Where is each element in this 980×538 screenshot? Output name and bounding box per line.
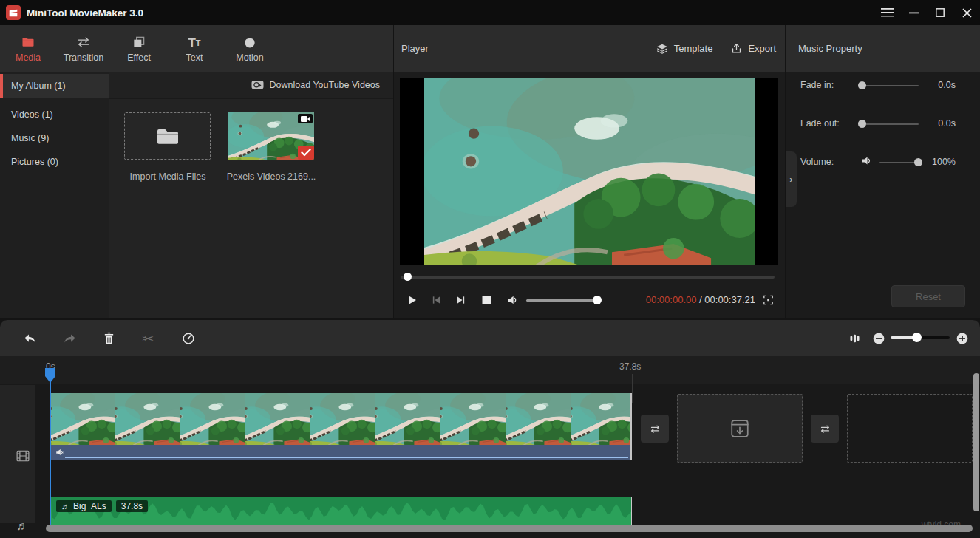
horizontal-scrollbar[interactable] — [46, 525, 973, 532]
import-media-tile[interactable] — [124, 112, 211, 160]
vertical-scrollbar[interactable] — [973, 373, 979, 511]
media-header: Download YouTube Videos — [109, 72, 393, 99]
fade-out-value: 0.0s — [938, 118, 956, 129]
main-tabs: Media Transition Effect TT Text Motion — [0, 25, 393, 72]
music-property-header: Music Property — [786, 25, 980, 72]
import-folder-icon — [156, 126, 180, 146]
previous-frame-button[interactable] — [430, 294, 443, 306]
total-time: 00:00:37.21 — [704, 294, 755, 305]
tab-label: Transition — [64, 52, 103, 63]
app-title: MiniTool MovieMaker 3.0 — [27, 7, 143, 18]
music-speaker-icon[interactable] — [860, 154, 873, 167]
video-camera-badge-icon — [298, 114, 313, 123]
player-panel: Player Template Export 00:00:00.00 / 00:… — [394, 25, 785, 318]
sidebar-item-my-album[interactable]: My Album (1) — [0, 74, 109, 98]
tab-transition[interactable]: Transition — [63, 25, 104, 72]
filmstrip — [50, 393, 630, 445]
timeline-area: 0s 37.8s ♬ ♬Big_ALs 37.8s — [0, 356, 980, 538]
ruler-end-label: 37.8s — [619, 361, 641, 372]
stop-button[interactable] — [481, 295, 492, 306]
music-volume-slider[interactable] — [879, 162, 921, 163]
minitool-moviemaker-window: { "titlebar": { "app_title": "MiniTool M… — [0, 0, 980, 538]
music-property-panel: Music Property Fade in: 0.0s Fade out: 0… — [786, 25, 980, 318]
music-volume-handle[interactable] — [914, 158, 922, 166]
zoom-out-icon[interactable] — [873, 333, 885, 344]
music-note-icon: ♬ — [61, 502, 69, 511]
track-height-icon[interactable] — [848, 332, 861, 344]
selected-check-icon — [298, 146, 314, 160]
sidebar-item-music[interactable]: Music (9) — [0, 126, 109, 150]
muted-speaker-icon[interactable] — [55, 447, 66, 457]
media-item-label: Pexels Videos 2169... — [212, 171, 330, 182]
music-volume-value: 100% — [932, 157, 956, 167]
timecode-display: 00:00:00.00 / 00:00:37.21 — [646, 294, 755, 305]
redo-icon[interactable] — [62, 331, 78, 345]
fade-in-value: 0.0s — [938, 80, 956, 90]
transition-arrows-icon — [76, 35, 91, 50]
ruler-end-tick — [632, 374, 633, 404]
next-frame-button[interactable] — [455, 294, 467, 306]
menu-icon[interactable] — [874, 0, 900, 25]
speed-icon[interactable] — [181, 331, 196, 346]
video-clip-audio-level-line — [65, 457, 628, 458]
timeline-ruler[interactable]: 0s 37.8s — [0, 356, 980, 384]
media-library-panel: Media Transition Effect TT Text Motion M… — [0, 25, 393, 318]
export-icon — [730, 42, 743, 55]
minimize-icon[interactable] — [900, 0, 927, 25]
fade-out-handle[interactable] — [858, 120, 866, 128]
panel-collapse-handle[interactable]: › — [786, 151, 797, 207]
tab-text[interactable]: TT Text — [174, 25, 215, 72]
video-drop-zone[interactable] — [677, 394, 803, 463]
close-icon[interactable] — [953, 0, 980, 25]
transition-slot-1[interactable] — [641, 415, 669, 443]
maximize-icon[interactable] — [927, 0, 953, 25]
library-sidebar: My Album (1) Videos (1) Music (9) Pictur… — [0, 72, 109, 318]
music-track-icon: ♬ — [16, 520, 28, 533]
sidebar-item-pictures[interactable]: Pictures (0) — [0, 150, 109, 174]
track-gutter: ♬ — [0, 385, 35, 523]
sidebar-item-videos[interactable]: Videos (1) — [0, 103, 109, 126]
text-Tt-icon: TT — [188, 35, 200, 50]
undo-icon[interactable] — [22, 331, 38, 345]
layers-icon — [656, 42, 669, 55]
timeline-toolbar: ✂ — [0, 320, 980, 356]
fade-in-slider[interactable] — [860, 85, 919, 86]
seek-handle[interactable] — [404, 273, 412, 281]
play-button[interactable] — [405, 293, 418, 307]
empty-drop-zone[interactable] — [847, 394, 973, 463]
speaker-icon[interactable] — [506, 293, 520, 307]
trash-icon[interactable] — [103, 331, 115, 345]
timeline-zoom-slider[interactable] — [891, 336, 950, 339]
tab-effect[interactable]: Effect — [118, 25, 160, 72]
tab-media[interactable]: Media — [7, 25, 49, 72]
tab-motion[interactable]: Motion — [229, 25, 270, 72]
download-youtube-link[interactable]: Download YouTube Videos — [270, 80, 380, 90]
seek-bar[interactable] — [401, 276, 775, 279]
zoom-in-icon[interactable] — [956, 333, 968, 344]
reset-button[interactable]: Reset — [891, 285, 965, 307]
effect-squares-icon — [132, 35, 146, 50]
youtube-download-icon — [251, 80, 265, 90]
timeline-audio-clip[interactable]: ♬Big_ALs 37.8s — [50, 497, 632, 525]
timeline-zoom-handle[interactable] — [912, 333, 922, 342]
player-volume-handle[interactable] — [593, 296, 602, 304]
playhead-line — [50, 381, 51, 525]
audio-clip-name-badge: ♬Big_ALs — [56, 500, 112, 512]
player-controls: 00:00:00.00 / 00:00:37.21 — [394, 287, 785, 313]
scissors-icon[interactable]: ✂ — [142, 330, 154, 347]
motion-sphere-icon — [242, 35, 257, 50]
media-item-pexels-video[interactable] — [228, 112, 314, 160]
player-header: Player Template Export — [394, 25, 785, 72]
player-volume-slider[interactable] — [526, 299, 600, 302]
transition-slot-2[interactable] — [811, 415, 839, 443]
template-button[interactable]: Template — [656, 42, 713, 55]
timeline-video-clip[interactable] — [50, 393, 632, 460]
film-track-icon — [16, 450, 30, 462]
audio-clip-duration-badge: 37.8s — [116, 500, 148, 512]
fade-out-slider[interactable] — [860, 123, 919, 125]
fade-in-handle[interactable] — [858, 81, 866, 89]
export-button[interactable]: Export — [730, 42, 776, 55]
fullscreen-icon[interactable] — [762, 294, 775, 307]
video-clip-audio-bar — [50, 445, 630, 460]
import-tile-label: Import Media Files — [109, 171, 227, 182]
